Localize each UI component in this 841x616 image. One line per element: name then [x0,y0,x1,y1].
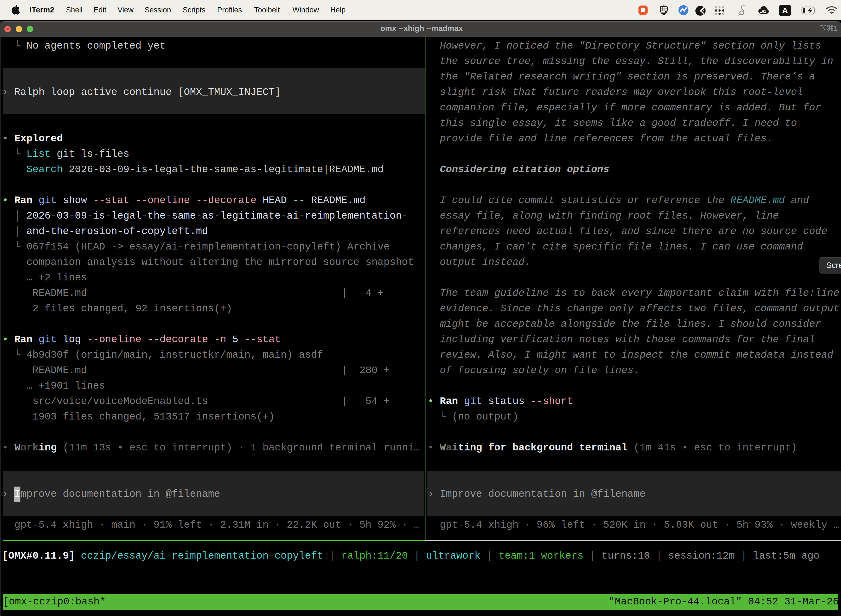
svg-text:..61: ..61 [760,9,766,13]
svg-text:1: 1 [834,24,838,32]
